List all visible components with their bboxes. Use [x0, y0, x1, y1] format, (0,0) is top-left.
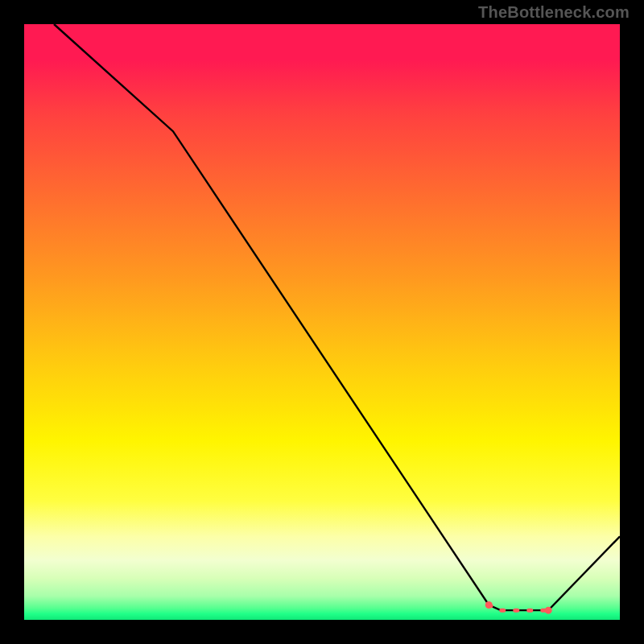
line-layer — [24, 24, 620, 620]
bottleneck-curve — [54, 24, 620, 610]
plot-area — [24, 24, 620, 620]
highlight-endpoint-left-icon — [485, 601, 493, 609]
chart-container: TheBottleneck.com — [0, 0, 644, 644]
watermark-text: TheBottleneck.com — [478, 3, 630, 22]
highlight-endpoint-right-icon — [545, 607, 552, 614]
